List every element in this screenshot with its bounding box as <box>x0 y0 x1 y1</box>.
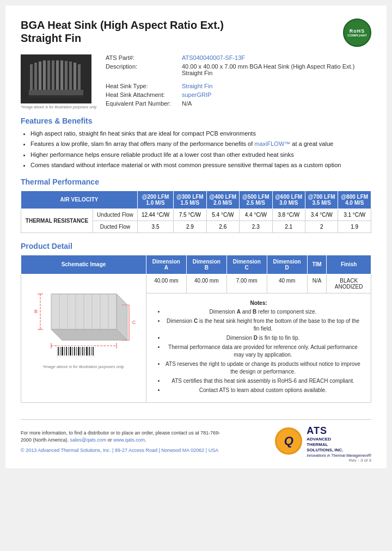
ats-fullname: ADVANCEDTHERMALSOLUTIONS, INC. <box>307 437 371 454</box>
part-number-value: ATS040040007-SF-13F <box>182 54 245 61</box>
part-label: ATS Part#: <box>106 54 182 61</box>
col-300lfm: @300 LFM1.5 M/S <box>174 191 206 209</box>
note-2: Dimension C is the heat sink height from… <box>165 317 361 333</box>
tim-header: TIM <box>307 255 327 274</box>
dimension-row: A B C <box>21 274 371 293</box>
unducted-row: THERMAL RESISTANCE Unducted Flow 12.44 °… <box>21 209 371 221</box>
tim-value: N/A <box>307 274 327 293</box>
unducted-val-5: 3.8 °C/W <box>272 209 305 221</box>
svg-rect-2 <box>34 63 37 90</box>
dim-b-value: 40.00 mm <box>186 274 226 293</box>
footer-email[interactable]: sales@qats.com <box>70 437 107 443</box>
title-line1: BGA Heat Sink (High Aspect Ratio Ext.) <box>21 19 224 31</box>
thermal-performance-table: AIR VELOCITY @200 LFM1.0 M/S @300 LFM1.5… <box>21 191 371 233</box>
footer-left: For more information, to find a distribu… <box>21 430 228 453</box>
svg-rect-45 <box>72 347 73 356</box>
type-row: Heat Sink Type: Straight Fin <box>106 83 371 89</box>
finish-header: Finish <box>327 255 371 274</box>
notes-title: Notes: <box>156 300 361 306</box>
note-7: Contact ATS to learn about custom option… <box>165 387 361 394</box>
col-600lfm: @600 LFM3.0 M/S <box>272 191 305 209</box>
desc-value: 40.00 x 40.00 x 7.00 mm BGA Heat Sink (H… <box>182 63 371 76</box>
svg-rect-38 <box>58 347 59 356</box>
svg-rect-11 <box>74 63 76 90</box>
ducted-val-6: 2 <box>305 221 338 232</box>
attachment-value: superGRIP <box>182 91 211 98</box>
heatsink-svg <box>23 56 89 102</box>
svg-rect-53 <box>89 347 90 356</box>
footer-contact: For more information, to find a distribu… <box>21 430 228 444</box>
svg-marker-24 <box>51 329 127 340</box>
svg-rect-12 <box>78 64 81 90</box>
svg-rect-5 <box>47 60 50 90</box>
features-list: High aspect ratio, straight fin heat sin… <box>21 130 371 170</box>
ats-logo-text: ATS ADVANCEDTHERMALSOLUTIONS, INC. Innov… <box>307 425 371 457</box>
svg-rect-44 <box>70 347 71 356</box>
unducted-val-3: 5.4 °C/W <box>206 209 239 221</box>
dim-d-header: Dimension D <box>267 255 307 274</box>
note-5: ATS reserves the right to update or chan… <box>165 360 361 376</box>
thermal-resistance-label: THERMAL RESISTANCE <box>21 209 93 232</box>
notes-cell: Notes: Dimension A and B refer to compon… <box>146 293 371 402</box>
schematic-svg: A B C <box>29 278 138 362</box>
svg-rect-42 <box>66 347 67 356</box>
features-heading: Features & Benefits <box>21 117 371 125</box>
ducted-val-5: 2.1 <box>272 221 305 232</box>
product-detail-heading: Product Detail <box>21 242 371 250</box>
product-detail-table: Schematic Image Dimension A Dimension B … <box>21 255 371 403</box>
col-700lfm: @700 LFM3.5 M/S <box>305 191 338 209</box>
part-number-row: ATS Part#: ATS040040007-SF-13F <box>106 54 371 61</box>
equiv-label: Equivalent Part Number: <box>106 100 182 107</box>
footer-divider: For more information, to find a distribu… <box>21 419 371 457</box>
equiv-value: N/A <box>182 100 192 107</box>
dim-c-value: 7.00 mm <box>226 274 267 293</box>
dim-d-value: 40 mm <box>267 274 307 293</box>
svg-rect-41 <box>64 347 65 356</box>
svg-text:B: B <box>34 309 37 314</box>
attachment-row: Heat Sink Attachment: superGRIP <box>106 91 371 98</box>
col-200lfm: @200 LFM1.0 M/S <box>137 191 173 209</box>
svg-rect-46 <box>74 347 75 356</box>
col-400lfm: @400 LFM2.0 M/S <box>206 191 239 209</box>
thermal-performance-heading: Thermal Performance <box>21 177 371 186</box>
unducted-val-1: 12.44 °C/W <box>137 209 173 221</box>
schematic-header: Schematic Image <box>21 255 146 274</box>
note-3: Dimension D is fin tip to fin tip. <box>165 334 361 342</box>
ducted-val-2: 2.9 <box>174 221 206 232</box>
ats-logo: Q ATS ADVANCEDTHERMALSOLUTIONS, INC. Inn… <box>275 425 371 457</box>
product-image <box>21 54 91 103</box>
type-label: Heat Sink Type: <box>106 83 182 89</box>
feature-item-4: Comes standard without interface materia… <box>30 161 371 169</box>
feature-item-1: High aspect ratio, straight fin heat sin… <box>30 130 371 138</box>
notes-section: Notes: Dimension A and B refer to compon… <box>151 297 366 399</box>
unducted-val-7: 3.1 °C/W <box>338 209 371 221</box>
ats-logo-circle: Q <box>275 427 302 455</box>
dim-c-header: Dimension C <box>226 255 267 274</box>
unducted-val-4: 4.4 °C/W <box>240 209 272 221</box>
equiv-row: Equivalent Part Number: N/A <box>106 100 371 107</box>
description-row: Description: 40.00 x 40.00 x 7.00 mm BGA… <box>106 63 371 76</box>
schematic-note: *Image above is for illustration purpose… <box>42 364 125 369</box>
col-800lfm: @800 LFM4.0 M/S <box>338 191 371 209</box>
dim-b-header: Dimension B <box>186 255 226 274</box>
product-image-note: *Image above is for illustration purpose… <box>21 105 97 109</box>
note-4: Thermal performance data are provided fo… <box>165 344 361 359</box>
svg-rect-0 <box>29 90 83 95</box>
footer-website[interactable]: www.qats.com <box>113 437 145 443</box>
dim-a-value: 40.00 mm <box>146 274 187 293</box>
footer-content: For more information, to find a distribu… <box>21 425 371 457</box>
svg-rect-55 <box>93 347 94 356</box>
notes-list: Dimension A and B refer to component siz… <box>156 308 361 394</box>
svg-rect-43 <box>68 347 69 356</box>
svg-rect-50 <box>82 347 83 356</box>
page-number: Rev - 3 of 3 <box>349 458 371 463</box>
col-500lfm: @500 LFM2.5 M/S <box>240 191 272 209</box>
svg-rect-9 <box>65 61 68 90</box>
svg-rect-48 <box>78 347 79 356</box>
svg-rect-10 <box>69 62 72 90</box>
finish-value: BLACK ANODIZED <box>327 274 371 293</box>
svg-rect-1 <box>30 64 33 90</box>
footer-copyright: © 2013 Advanced Thermal Solutions, Inc. … <box>21 448 228 453</box>
feature-item-2: Features a low profile, slam fin array t… <box>30 140 371 148</box>
svg-text:C: C <box>132 320 136 325</box>
